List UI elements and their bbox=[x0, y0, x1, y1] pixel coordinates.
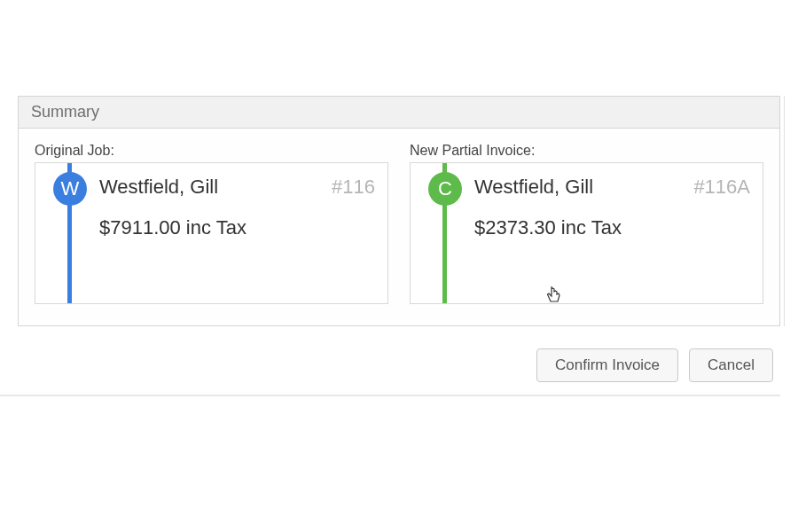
card-content: Westfield, Gill #116A $2373.30 inc Tax bbox=[474, 176, 750, 239]
avatar-badge: C bbox=[428, 172, 462, 206]
original-job-column: Original Job: W Westfield, Gill #116 $79… bbox=[35, 143, 388, 304]
job-reference: #116 bbox=[332, 176, 375, 199]
partial-invoice-card[interactable]: C Westfield, Gill #116A $2373.30 inc Tax bbox=[410, 162, 763, 304]
card-content: Westfield, Gill #116 $7911.00 inc Tax bbox=[99, 176, 375, 239]
partial-invoice-column: New Partial Invoice: C Westfield, Gill #… bbox=[410, 143, 763, 304]
card-title-row: Westfield, Gill #116 bbox=[99, 176, 375, 199]
original-job-card[interactable]: W Westfield, Gill #116 $7911.00 inc Tax bbox=[35, 162, 388, 304]
summary-header: Summary bbox=[19, 97, 779, 129]
job-amount: $7911.00 inc Tax bbox=[99, 216, 375, 239]
invoice-reference: #116A bbox=[693, 176, 750, 199]
cancel-button[interactable]: Cancel bbox=[689, 348, 773, 382]
divider bbox=[0, 395, 780, 396]
invoice-amount: $2373.30 inc Tax bbox=[474, 216, 750, 239]
avatar-badge: W bbox=[53, 172, 87, 206]
dialog-buttons: Confirm Invoice Cancel bbox=[536, 348, 773, 382]
customer-name: Westfield, Gill bbox=[474, 176, 593, 199]
customer-name: Westfield, Gill bbox=[99, 176, 218, 199]
scrollbar-track[interactable] bbox=[784, 96, 789, 326]
partial-invoice-label: New Partial Invoice: bbox=[410, 143, 763, 159]
summary-panel: Summary Original Job: W Westfield, Gill … bbox=[18, 96, 780, 326]
confirm-invoice-button[interactable]: Confirm Invoice bbox=[536, 348, 678, 382]
card-title-row: Westfield, Gill #116A bbox=[474, 176, 750, 199]
summary-cards-row: Original Job: W Westfield, Gill #116 $79… bbox=[19, 129, 779, 325]
original-job-label: Original Job: bbox=[35, 143, 388, 159]
